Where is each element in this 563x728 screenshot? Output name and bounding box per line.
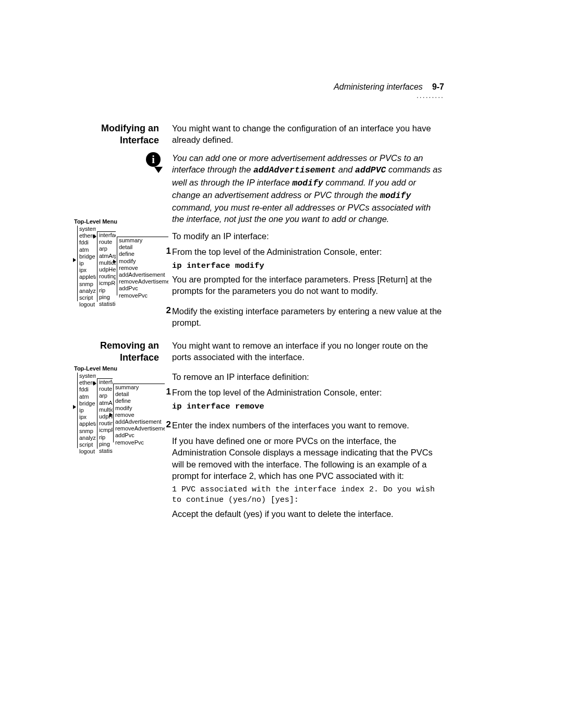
menu-item: route [99,239,116,245]
cmd-addPVC: addPVC [355,165,386,175]
menu-item: ip [79,260,96,267]
note-text: command, you must re-enter all addresses… [172,203,431,224]
menu-item: statistics [99,448,113,454]
triangle-icon [93,235,96,239]
menu-item: define [115,398,165,404]
menu-item: system [79,226,96,232]
section-title-removing: Removing an Interface [76,340,159,364]
menu-diagram-1: Top-Level Menu system ethernet fddi atm … [74,218,117,227]
menu-item: system [79,373,96,379]
menu-item: ping [99,294,116,301]
menu-item: define [119,251,168,257]
menu-item: icmpRouterDiscovery [99,427,113,434]
triangle-icon [109,413,113,417]
menu-diagram-2: Top-Level Menu system ethernet fddi atm … [74,365,117,374]
section1-step2: Modify the existing interface parameters… [172,305,443,329]
menu-item: addPvc [115,432,165,439]
page-header: Administering interfaces 9-7 [334,82,444,92]
menu-item: summary [115,384,165,391]
menu-item: atm [79,246,96,253]
header-title: Administering interfaces [334,82,423,92]
menu-item: ipx [79,267,96,274]
menu-item: addAdvertisement [119,272,168,278]
section1-lead: To modify an IP interface: [172,230,443,242]
section2-step1: From the top level of the Administration… [172,387,443,398]
menu-item: detail [119,244,168,251]
section1-step1: From the top level of the Administration… [172,246,443,257]
menu-item: arp [99,245,116,252]
section2-intro: You might want to remove an interface if… [172,340,443,363]
note-text: and [336,165,355,174]
menu-item: removeAdvertisement [119,278,168,285]
cmd-addAdvertisement: addAdvertisement [253,165,336,175]
menu-item: summary [119,237,168,244]
menu-item: rip [99,434,113,441]
menu-item: addAdvertisement [115,418,165,425]
section2-accept: Accept the default (yes) if you want to … [172,508,443,520]
menu-item: modify [119,258,168,265]
triangle-icon [113,260,116,264]
menu-item: interface [99,232,116,239]
page-number: 9-7 [432,82,444,92]
menu-item: arp [99,392,113,399]
menu-item: remove [115,412,165,418]
menu-item: bridge [79,253,96,260]
menu-item: removePvc [115,439,165,446]
info-icon [146,152,161,167]
section1-step1-cmd: ip interface modify [172,261,443,272]
menu-item: interface [99,379,113,386]
menu-item: analyzer [79,288,96,294]
section2-step2: Enter the index numbers of the interface… [172,419,443,431]
menu-item: atm [79,393,96,400]
menu-item: routing [99,273,116,280]
menu-item: ping [99,441,113,448]
section-title-modifying: Modifying an Interface [76,122,159,147]
menu-item: logout [79,448,96,455]
section2-step2-after: If you have defined one or more PVCs on … [172,435,443,482]
menu-item: route [99,386,113,392]
menu-item: atmArpServer [99,400,113,406]
menu-item: snmp [79,428,96,435]
menu-item: script [79,294,96,301]
menu-item: detail [115,391,165,398]
section1-note: You can add one or more advertisement ad… [172,152,443,225]
menu-item: removePvc [119,292,168,299]
menu-item: statistics [99,301,116,307]
section1-step1-after: You are prompted for the interface param… [172,274,443,297]
menu-item: snmp [79,281,96,288]
section2-example: 1 PVC associated with the interface inde… [172,485,443,506]
menu-title: Top-Level Menu [74,218,117,225]
triangle-icon [93,381,96,386]
menu-item: icmpRouterDiscovery [99,280,116,287]
menu-item: appletalk [79,274,96,280]
menu-item: remove [119,265,168,272]
section2-lead: To remove an IP interface definition: [172,371,443,382]
menu-item: fddi [79,239,96,246]
menu-item: bridge [79,400,96,407]
cmd-modify: modify [380,191,411,201]
menu-item: routing [99,420,113,427]
menu-item: udpHelper [99,266,116,273]
section2-step1-cmd: ip interface remove [172,401,443,412]
menu-item: appletalk [79,421,96,427]
triangle-icon [73,405,76,409]
menu-item: analyzer [79,435,96,441]
step-number: 2 [162,305,171,316]
info-arrow-icon [154,167,163,173]
menu-item: addPvc [119,285,168,292]
page: Administering interfaces 9-7 ········· M… [0,0,563,728]
menu-item: removeAdvertisement [115,425,165,432]
menu-item: script [79,441,96,448]
header-dots: ········· [417,93,444,101]
menu-item: ipx [79,414,96,421]
triangle-icon [73,258,76,262]
menu-item: fddi [79,386,96,393]
menu-item: modify [115,405,165,412]
cmd-modify: modify [292,178,323,188]
section1-intro: You might want to change the configurati… [172,122,443,146]
menu-title: Top-Level Menu [74,365,117,372]
menu-item: logout [79,301,96,308]
menu-item: ip [79,407,96,414]
menu-item: rip [99,287,116,294]
